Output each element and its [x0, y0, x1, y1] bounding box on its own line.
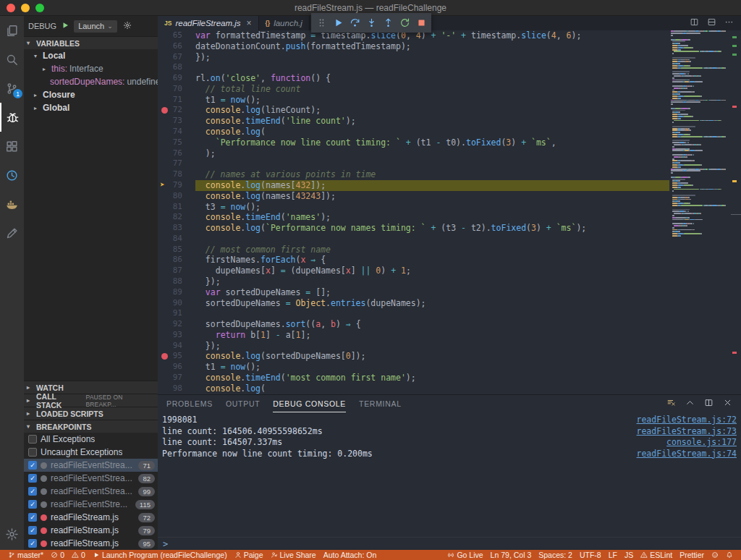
status-encoding[interactable]: UTF-8: [576, 550, 605, 560]
status-eol[interactable]: LF: [605, 550, 621, 560]
code-line[interactable]: 86 firstNames.forEach(x ⇒ {: [158, 255, 669, 266]
gutter[interactable]: 92: [158, 319, 195, 330]
code-line[interactable]: 69rl.on('close', function() {: [158, 73, 669, 84]
status-warnings[interactable]: 0: [68, 550, 89, 560]
gutter[interactable]: 70: [158, 84, 195, 95]
gutter[interactable]: 65: [158, 30, 195, 41]
code-line[interactable]: 88 });: [158, 276, 669, 287]
minimap[interactable]: [669, 30, 731, 394]
gutter[interactable]: 84: [158, 234, 195, 245]
code-line[interactable]: 72 console.log(lineCount);: [158, 105, 669, 116]
status-indentation[interactable]: Spaces: 2: [535, 550, 576, 560]
checkbox-icon[interactable]: ✓: [28, 539, 37, 548]
maximize-panel-button[interactable]: [685, 397, 695, 410]
activity-item-debug[interactable]: [0, 103, 24, 132]
code-line[interactable]: 87 dupeNames[x] = (dupeNames[x] || 0) + …: [158, 266, 669, 276]
activity-item-source-control[interactable]: 1: [0, 74, 24, 103]
gutter[interactable]: 94: [158, 341, 195, 352]
start-debugging-button[interactable]: [61, 21, 69, 32]
tab-launch-json[interactable]: {} launch.j: [259, 16, 310, 30]
status-feedback[interactable]: [708, 550, 722, 560]
status-errors[interactable]: 0: [47, 550, 68, 560]
status-debug-program[interactable]: Launch Program (readFileChallenge): [89, 550, 231, 560]
gutter[interactable]: 78: [158, 169, 195, 180]
step-into-button[interactable]: [363, 14, 379, 31]
breakpoint-dot[interactable]: [161, 107, 168, 114]
breakpoint-row[interactable]: ✓readFileEventStre...115: [24, 498, 158, 511]
tab-output[interactable]: OUTPUT: [226, 395, 260, 412]
scope-closure[interactable]: ▸ Closure: [24, 88, 158, 101]
code-line[interactable]: 93 return b[1] - a[1];: [158, 330, 669, 341]
gutter[interactable]: 89: [158, 287, 195, 298]
tab-terminal[interactable]: TERMINAL: [359, 395, 402, 412]
gutter[interactable]: 85: [158, 245, 195, 255]
status-prettier[interactable]: Prettier: [676, 550, 708, 560]
code-line[interactable]: 96 t1 = now();: [158, 362, 669, 373]
clear-console-button[interactable]: [666, 397, 676, 410]
code-line[interactable]: 74 console.log(: [158, 127, 669, 137]
status-language[interactable]: JS: [621, 550, 637, 560]
uncaught-exceptions-row[interactable]: Uncaught Exceptions: [24, 446, 158, 459]
code-line[interactable]: 85 // most common first name: [158, 245, 669, 255]
gutter[interactable]: 82: [158, 212, 195, 223]
status-cursor-position[interactable]: Ln 79, Col 3: [487, 550, 535, 560]
gutter[interactable]: 68: [158, 62, 195, 73]
source-link[interactable]: readFileStream.js:73: [637, 426, 737, 438]
gutter[interactable]: 93: [158, 330, 195, 341]
gutter[interactable]: 91: [158, 308, 195, 319]
checkbox-icon[interactable]: ✓: [28, 474, 37, 483]
loaded-scripts-section-header[interactable]: ▸LOADED SCRIPTS: [24, 407, 158, 420]
gutter[interactable]: 97: [158, 373, 195, 383]
gutter[interactable]: 76: [158, 148, 195, 159]
checkbox-icon[interactable]: ✓: [28, 500, 37, 509]
checkbox-icon[interactable]: ✓: [28, 526, 37, 535]
code-line[interactable]: 80 console.log(names[43243]);: [158, 191, 669, 202]
code-line[interactable]: ➤79 console.log(names[432]);: [158, 180, 669, 191]
breakpoint-dot[interactable]: [161, 353, 168, 360]
breakpoints-section-header[interactable]: ▾BREAKPOINTS: [24, 420, 158, 433]
activity-item-extensions[interactable]: [0, 132, 24, 161]
code-line[interactable]: 89 var sortedDupeNames = [];: [158, 287, 669, 298]
step-out-button[interactable]: [380, 14, 396, 31]
source-link[interactable]: readFileStream.js:74: [637, 449, 737, 460]
code-line[interactable]: 98 console.log(: [158, 383, 669, 394]
debug-console-input[interactable]: >: [158, 537, 741, 550]
code-line[interactable]: 78 // names at various points in time: [158, 169, 669, 180]
code-line[interactable]: 82 console.timeEnd('names');: [158, 212, 669, 223]
gutter[interactable]: 98: [158, 383, 195, 394]
status-go-live[interactable]: Go Live: [444, 550, 486, 560]
code-line[interactable]: 73 console.timeEnd('line count');: [158, 116, 669, 127]
gutter[interactable]: 66: [158, 41, 195, 52]
tab-problems[interactable]: PROBLEMS: [166, 395, 213, 412]
split-editor-button[interactable]: [690, 17, 699, 30]
source-link[interactable]: readFileStream.js:72: [637, 415, 737, 426]
activity-item-search[interactable]: [0, 45, 24, 74]
gutter[interactable]: 75: [158, 137, 195, 148]
gutter[interactable]: 81: [158, 202, 195, 213]
overview-ruler[interactable]: [731, 30, 741, 394]
code-line[interactable]: 66dateDonationCount.push(formattedTimest…: [158, 41, 669, 52]
minimize-window-button[interactable]: [21, 4, 30, 12]
gutter[interactable]: 95: [158, 351, 195, 362]
gutter[interactable]: 67: [158, 52, 195, 63]
gutter[interactable]: 77: [158, 158, 195, 169]
code-area[interactable]: 65var formattedTimestamp = timestamp.sli…: [158, 30, 669, 394]
more-actions-button[interactable]: [724, 17, 734, 30]
code-line[interactable]: 95 console.log(sortedDupeNames[0]);: [158, 351, 669, 362]
status-notifications[interactable]: [722, 550, 737, 560]
tab-readfilestream-js[interactable]: JS readFileStream.js ×: [158, 16, 259, 30]
code-line[interactable]: 83 console.log(`Performance now names ti…: [158, 223, 669, 234]
scope-global[interactable]: ▸ Global: [24, 101, 158, 114]
activity-item-edit-session[interactable]: [0, 219, 24, 247]
variable-this[interactable]: ▸ this: Interface: [24, 62, 158, 75]
gutter[interactable]: ➤79: [158, 180, 195, 191]
tab-debug-console[interactable]: DEBUG CONSOLE: [273, 395, 346, 412]
zoom-window-button[interactable]: [35, 4, 44, 12]
breakpoint-row[interactable]: ✓readFileEventStrea...82: [24, 472, 158, 485]
checkbox-icon[interactable]: [28, 435, 37, 444]
code-line[interactable]: 71 t1 = now();: [158, 95, 669, 106]
breakpoint-row[interactable]: ✓readFileStream.js95: [24, 537, 158, 550]
gutter[interactable]: 87: [158, 266, 195, 276]
continue-button[interactable]: [330, 14, 346, 31]
stop-button[interactable]: [413, 14, 429, 31]
